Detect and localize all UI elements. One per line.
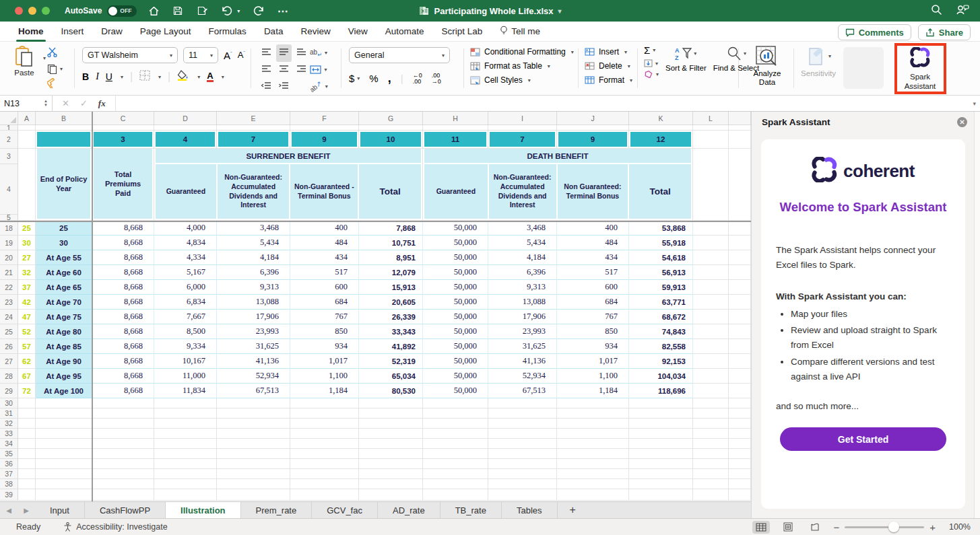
cell[interactable] <box>290 479 359 489</box>
data-cell-G25[interactable]: 33,343 <box>359 324 423 339</box>
data-cell-K20[interactable]: 54,618 <box>629 250 693 265</box>
policy-year-cell[interactable]: At Age 85 <box>36 339 92 354</box>
cell[interactable] <box>693 439 729 449</box>
cell[interactable] <box>359 398 423 408</box>
title-chevron-icon[interactable]: ▾ <box>558 7 561 15</box>
decrease-indent-button[interactable] <box>261 81 271 93</box>
data-cell-J22[interactable]: 600 <box>557 280 629 295</box>
zoom-percentage[interactable]: 100% <box>945 522 971 532</box>
age-cell[interactable]: 42 <box>18 295 36 310</box>
data-cell-C25[interactable]: 8,668 <box>92 324 154 339</box>
cell[interactable] <box>693 419 729 429</box>
data-cell-D27[interactable]: 10,167 <box>154 354 217 369</box>
share-button[interactable]: Share <box>918 24 971 40</box>
cell[interactable] <box>629 408 693 419</box>
data-cell-H27[interactable]: 50,000 <box>423 354 488 369</box>
sheet-tab-gcv_fac[interactable]: GCV_fac <box>312 502 378 518</box>
formula-bar-chevron-icon[interactable]: ▾ <box>973 100 976 107</box>
data-cell-F22[interactable]: 600 <box>290 280 359 295</box>
search-icon[interactable] <box>931 4 942 18</box>
cell[interactable] <box>488 408 557 419</box>
comments-button[interactable]: Comments <box>838 24 911 40</box>
data-cell-H20[interactable]: 50,000 <box>423 250 488 265</box>
cell[interactable] <box>629 449 693 459</box>
cell[interactable] <box>488 419 557 429</box>
data-cell-D26[interactable]: 9,334 <box>154 339 217 354</box>
decrease-font-button[interactable]: Aˇ <box>238 50 245 60</box>
data-cell-F18[interactable]: 400 <box>290 221 359 236</box>
tab-tell-me[interactable]: Tell me <box>491 22 549 42</box>
cell[interactable] <box>36 398 92 408</box>
row-header-21[interactable]: 21 <box>0 265 18 280</box>
home-icon[interactable] <box>146 3 161 18</box>
data-cell-I27[interactable]: 41,136 <box>488 354 557 369</box>
column-header-C[interactable]: C <box>92 112 154 125</box>
cell[interactable] <box>154 398 217 408</box>
cell[interactable] <box>36 439 92 449</box>
age-cell[interactable]: 67 <box>18 369 36 384</box>
fill-color-button[interactable] <box>177 70 189 83</box>
bold-button[interactable]: B <box>82 71 89 82</box>
page-break-view-button[interactable] <box>806 521 824 534</box>
cell[interactable] <box>423 449 488 459</box>
cell[interactable] <box>557 449 629 459</box>
cell[interactable] <box>557 479 629 489</box>
clear-button[interactable]: ▾ <box>644 71 659 78</box>
data-cell-H24[interactable]: 50,000 <box>423 310 488 324</box>
undo-icon[interactable] <box>219 3 234 18</box>
panel-close-icon[interactable]: ✕ <box>957 117 967 127</box>
policy-year-cell[interactable]: At Age 70 <box>36 295 92 310</box>
data-cell-J24[interactable]: 767 <box>557 310 629 324</box>
save-icon[interactable] <box>170 3 185 18</box>
cell[interactable] <box>290 408 359 419</box>
cell[interactable] <box>290 469 359 479</box>
cell[interactable] <box>18 449 36 459</box>
cell[interactable] <box>290 419 359 429</box>
sheet-tab-cashflowpp[interactable]: CashFlowPP <box>85 502 166 518</box>
data-cell-D22[interactable]: 6,000 <box>154 280 217 295</box>
cell[interactable] <box>217 449 290 459</box>
borders-button[interactable] <box>139 70 150 83</box>
cell[interactable] <box>290 398 359 408</box>
row-header-36[interactable]: 36 <box>0 459 18 469</box>
cell[interactable] <box>36 469 92 479</box>
data-cell-D28[interactable]: 11,000 <box>154 369 217 384</box>
data-cell-J20[interactable]: 434 <box>557 250 629 265</box>
cell[interactable] <box>18 469 36 479</box>
cell[interactable] <box>557 408 629 419</box>
column-header-X[interactable] <box>729 112 751 125</box>
cell[interactable] <box>359 459 423 469</box>
data-cell-J28[interactable]: 1,100 <box>557 369 629 384</box>
data-cell-E29[interactable]: 67,513 <box>217 384 290 398</box>
age-cell[interactable]: 72 <box>18 384 36 398</box>
cell[interactable] <box>729 280 751 295</box>
data-cell-K29[interactable]: 118,696 <box>629 384 693 398</box>
number-format-select[interactable]: General▾ <box>349 47 450 63</box>
cell[interactable] <box>217 408 290 419</box>
teal-number-cell[interactable]: 7 <box>217 131 290 149</box>
conditional-formatting-button[interactable]: Conditional Formatting▾ <box>470 47 574 57</box>
cell[interactable] <box>217 469 290 479</box>
data-cell-G29[interactable]: 80,530 <box>359 384 423 398</box>
age-cell[interactable]: 57 <box>18 339 36 354</box>
cell[interactable] <box>629 419 693 429</box>
data-cell-K18[interactable]: 53,868 <box>629 221 693 236</box>
more-commands-icon[interactable]: ⋯ <box>275 3 290 18</box>
cell[interactable] <box>154 459 217 469</box>
data-cell-C29[interactable]: 8,668 <box>92 384 154 398</box>
data-cell-G27[interactable]: 52,319 <box>359 354 423 369</box>
policy-year-cell[interactable]: At Age 100 <box>36 384 92 398</box>
cell[interactable] <box>629 398 693 408</box>
data-cell-F20[interactable]: 434 <box>290 250 359 265</box>
data-cell-K24[interactable]: 68,672 <box>629 310 693 324</box>
autosave-toggle[interactable]: OFF <box>107 5 137 17</box>
row-header-33[interactable]: 33 <box>0 429 18 439</box>
cell[interactable] <box>18 149 36 221</box>
orientation-button[interactable]: ab↗▾ <box>309 83 328 90</box>
cell[interactable] <box>693 324 729 339</box>
data-cell-J27[interactable]: 1,017 <box>557 354 629 369</box>
row-header-2[interactable]: 2 <box>0 131 18 149</box>
policy-year-cell[interactable]: At Age 55 <box>36 250 92 265</box>
cell[interactable] <box>629 469 693 479</box>
increase-font-button[interactable]: Aˆ <box>224 50 232 61</box>
